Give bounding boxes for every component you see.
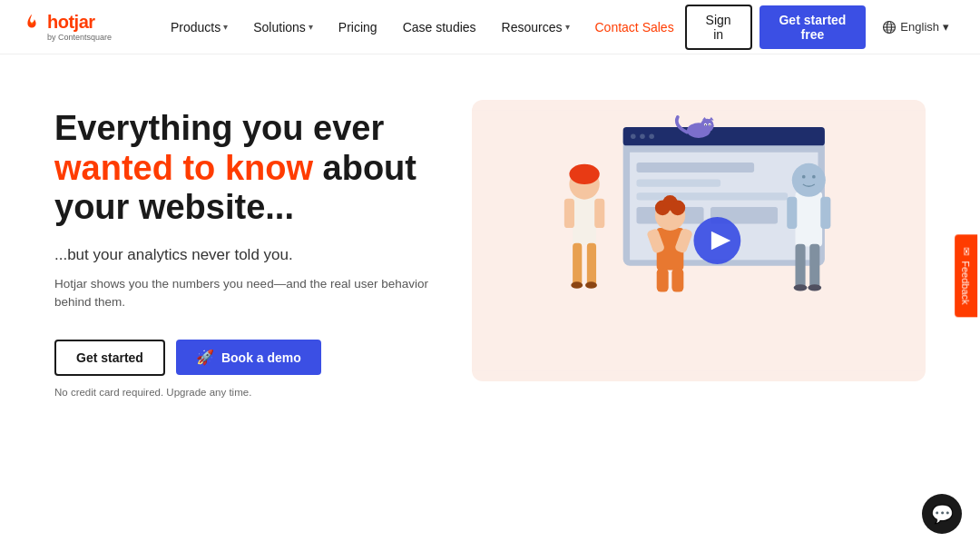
nav-item-solutions[interactable]: Solutions ▾ xyxy=(242,13,324,42)
svg-rect-11 xyxy=(636,192,788,200)
svg-rect-10 xyxy=(636,179,720,186)
svg-point-46 xyxy=(812,175,816,179)
illustration-svg xyxy=(472,100,926,381)
svg-rect-50 xyxy=(809,244,819,288)
language-selector[interactable]: English ▾ xyxy=(873,15,958,40)
language-label: English xyxy=(900,20,939,34)
svg-point-45 xyxy=(802,175,806,179)
headline-highlight: wanted to know xyxy=(54,149,313,187)
svg-rect-47 xyxy=(787,197,797,229)
svg-point-16 xyxy=(649,133,654,139)
svg-point-52 xyxy=(808,284,821,291)
svg-point-27 xyxy=(569,164,599,184)
nav-links: Products ▾ Solutions ▾ Pricing Case stud… xyxy=(160,13,685,42)
nav-item-products[interactable]: Products ▾ xyxy=(160,13,239,42)
svg-point-44 xyxy=(792,163,826,197)
chevron-down-icon: ▾ xyxy=(309,22,313,32)
svg-rect-25 xyxy=(573,194,596,245)
hero-headline: Everything you ever wanted to know about… xyxy=(54,109,436,228)
get-started-free-button[interactable]: Get started free xyxy=(760,5,867,49)
svg-point-23 xyxy=(705,124,706,125)
svg-point-33 xyxy=(585,281,597,288)
navigation: hotjar by Contentsquare Products ▾ Solut… xyxy=(0,0,980,54)
svg-point-38 xyxy=(671,201,686,216)
feedback-icon: ✉ xyxy=(960,247,972,255)
svg-rect-9 xyxy=(636,163,754,172)
svg-rect-30 xyxy=(573,243,582,285)
hero-section: Everything you ever wanted to know about… xyxy=(0,54,980,552)
chat-icon: 💬 xyxy=(931,503,954,525)
headline-part1: Everything you ever xyxy=(54,109,384,147)
svg-rect-48 xyxy=(820,197,830,229)
logo[interactable]: hotjar by Contentsquare xyxy=(22,12,131,42)
nav-item-contact-sales[interactable]: Contact Sales xyxy=(584,13,685,42)
signin-button[interactable]: Sign in xyxy=(685,5,752,50)
svg-point-51 xyxy=(794,284,808,291)
chevron-down-icon: ▾ xyxy=(223,22,228,32)
svg-rect-43 xyxy=(795,192,822,246)
logo-sub: by Contentsquare xyxy=(47,33,131,42)
svg-point-32 xyxy=(571,281,583,288)
hero-description: Hotjar shows you the numbers you need—an… xyxy=(54,275,436,312)
nav-right: Sign in Get started free English ▾ xyxy=(685,5,958,50)
book-demo-button[interactable]: 🚀 Book a demo xyxy=(176,340,321,375)
globe-icon xyxy=(882,20,897,34)
logo-brand: hotjar xyxy=(47,12,95,33)
get-started-button[interactable]: Get started xyxy=(54,340,165,376)
svg-rect-31 xyxy=(587,243,596,285)
svg-point-15 xyxy=(640,133,645,139)
no-credit-text: No credit card required. Upgrade any tim… xyxy=(54,387,436,398)
hotjar-flame-icon xyxy=(22,13,42,33)
svg-point-24 xyxy=(709,124,710,125)
rocket-icon: 🚀 xyxy=(196,349,214,366)
svg-point-18 xyxy=(701,119,714,133)
nav-item-resources[interactable]: Resources ▾ xyxy=(491,13,581,42)
hero-content: Everything you ever wanted to know about… xyxy=(54,91,436,398)
hero-illustration xyxy=(472,100,926,381)
svg-rect-29 xyxy=(594,199,604,228)
svg-rect-49 xyxy=(795,244,805,288)
hero-subheadline: ...but your analytics never told you. xyxy=(54,246,436,264)
nav-item-case-studies[interactable]: Case studies xyxy=(392,13,487,42)
svg-point-14 xyxy=(631,133,636,139)
chat-bubble[interactable]: 💬 xyxy=(922,494,962,534)
svg-rect-42 xyxy=(671,269,683,292)
feedback-tab[interactable]: ✉ Feedback xyxy=(955,234,977,317)
hero-buttons: Get started 🚀 Book a demo xyxy=(54,340,436,376)
svg-rect-41 xyxy=(657,269,669,292)
svg-rect-28 xyxy=(564,199,574,228)
chevron-down-icon: ▾ xyxy=(565,22,570,32)
nav-item-pricing[interactable]: Pricing xyxy=(328,13,388,42)
chevron-down-icon: ▾ xyxy=(943,20,949,34)
